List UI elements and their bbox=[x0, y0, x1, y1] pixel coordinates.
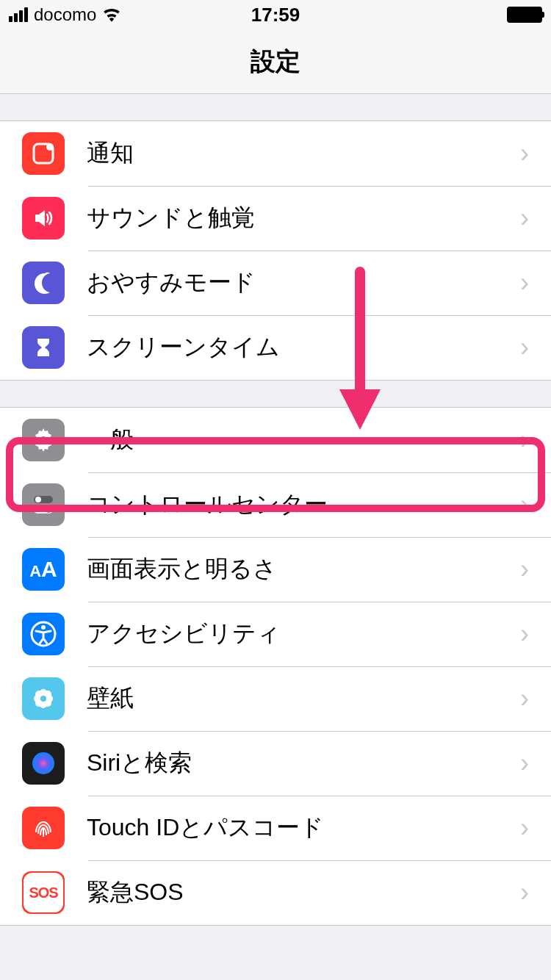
chevron-right-icon: › bbox=[520, 425, 529, 455]
chevron-right-icon: › bbox=[520, 138, 529, 169]
nav-header: 設定 bbox=[0, 29, 551, 94]
chevron-right-icon: › bbox=[520, 748, 529, 779]
row-label: Touch IDとパスコード bbox=[87, 812, 520, 844]
chevron-right-icon: › bbox=[520, 203, 529, 234]
chevron-right-icon: › bbox=[520, 489, 529, 520]
page-title: 設定 bbox=[251, 45, 300, 79]
settings-row-general[interactable]: 一般 › bbox=[0, 408, 551, 472]
svg-point-4 bbox=[35, 497, 41, 502]
chevron-right-icon: › bbox=[520, 683, 529, 714]
svg-point-1 bbox=[46, 143, 54, 151]
row-label: 通知 bbox=[87, 137, 520, 170]
row-label: 画面表示と明るさ bbox=[87, 553, 520, 586]
row-label: アクセシビリティ bbox=[87, 618, 520, 650]
row-label: 一般 bbox=[87, 424, 520, 456]
row-label: 壁紙 bbox=[87, 682, 520, 715]
settings-row-screentime[interactable]: スクリーンタイム › bbox=[0, 315, 551, 380]
settings-row-touchid[interactable]: Touch IDとパスコード › bbox=[0, 796, 551, 860]
settings-row-dnd[interactable]: おやすみモード › bbox=[0, 251, 551, 315]
settings-row-controlcenter[interactable]: コントロールセンター › bbox=[0, 472, 551, 537]
text-size-icon: AA bbox=[22, 548, 65, 591]
moon-icon bbox=[22, 262, 65, 304]
siri-icon bbox=[22, 742, 65, 785]
sos-icon: SOS bbox=[22, 871, 65, 914]
list-group-2: 一般 › コントロールセンター › AA 画面表示と明るさ › アクセシビリティ… bbox=[0, 407, 551, 926]
svg-point-8 bbox=[41, 625, 46, 630]
chevron-right-icon: › bbox=[520, 332, 529, 363]
settings-row-display[interactable]: AA 画面表示と明るさ › bbox=[0, 537, 551, 602]
section-gap bbox=[0, 381, 551, 407]
carrier-label: docomo bbox=[34, 4, 96, 25]
signal-icon bbox=[9, 7, 28, 22]
switches-icon bbox=[22, 483, 65, 526]
gear-icon bbox=[22, 419, 65, 461]
accessibility-icon bbox=[22, 613, 65, 655]
chevron-right-icon: › bbox=[520, 877, 529, 908]
svg-point-6 bbox=[46, 507, 51, 513]
svg-point-18 bbox=[32, 752, 54, 774]
settings-row-wallpaper[interactable]: 壁紙 › bbox=[0, 666, 551, 731]
speaker-icon bbox=[22, 197, 65, 239]
status-time: 17:59 bbox=[251, 4, 300, 26]
row-label: コントロールセンター bbox=[87, 489, 520, 521]
chevron-right-icon: › bbox=[520, 619, 529, 649]
hourglass-icon bbox=[22, 326, 65, 369]
battery-icon bbox=[507, 7, 542, 23]
settings-row-siri[interactable]: Siriと検索 › bbox=[0, 731, 551, 796]
settings-row-accessibility[interactable]: アクセシビリティ › bbox=[0, 602, 551, 666]
settings-row-notifications[interactable]: 通知 › bbox=[0, 121, 551, 186]
status-bar: docomo 17:59 bbox=[0, 0, 551, 29]
row-label: Siriと検索 bbox=[87, 747, 520, 779]
settings-row-sos[interactable]: SOS 緊急SOS › bbox=[0, 860, 551, 925]
chevron-right-icon: › bbox=[520, 554, 529, 585]
status-left: docomo bbox=[9, 4, 121, 25]
notification-icon bbox=[22, 132, 65, 175]
wifi-icon bbox=[102, 7, 121, 22]
row-label: 緊急SOS bbox=[87, 876, 520, 909]
svg-point-2 bbox=[40, 436, 47, 444]
row-label: おやすみモード bbox=[87, 267, 520, 299]
flower-icon bbox=[22, 677, 65, 720]
chevron-right-icon: › bbox=[520, 813, 529, 843]
list-group-1: 通知 › サウンドと触覚 › おやすみモード › スクリーンタイム › bbox=[0, 120, 551, 381]
chevron-right-icon: › bbox=[520, 267, 529, 298]
row-label: スクリーンタイム bbox=[87, 331, 520, 364]
row-label: サウンドと触覚 bbox=[87, 202, 520, 234]
section-gap bbox=[0, 94, 551, 120]
fingerprint-icon bbox=[22, 807, 65, 849]
status-right bbox=[507, 7, 542, 23]
settings-row-sounds[interactable]: サウンドと触覚 › bbox=[0, 186, 551, 251]
svg-point-17 bbox=[40, 696, 46, 702]
